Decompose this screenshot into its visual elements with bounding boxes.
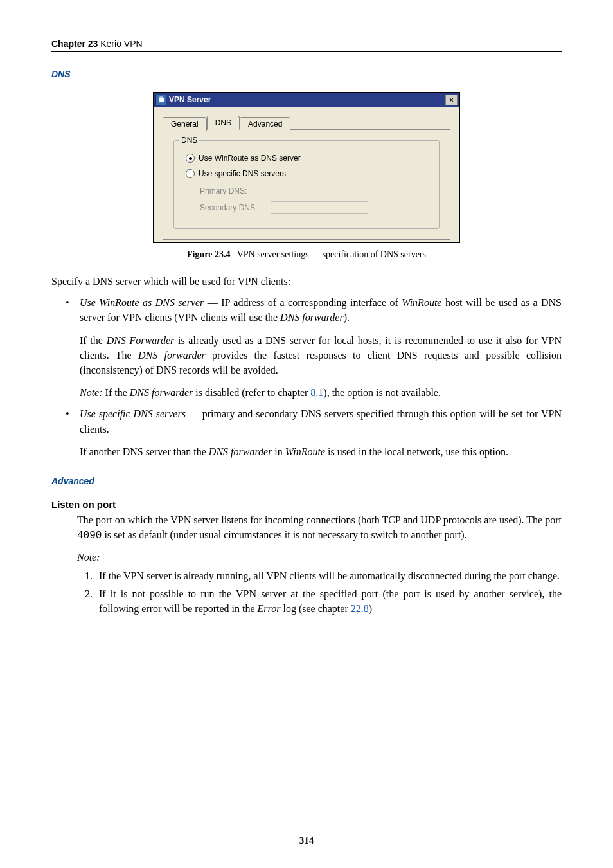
page-number: 314 bbox=[0, 835, 613, 846]
tab-content: DNS Use WinRoute as DNS server Use speci… bbox=[163, 129, 450, 240]
tab-advanced[interactable]: Advanced bbox=[240, 117, 290, 131]
close-icon: × bbox=[449, 96, 453, 104]
chapter-header: Chapter 23 Kerio VPN bbox=[51, 39, 562, 52]
dialog-titlebar[interactable]: VPN Server × bbox=[154, 93, 459, 107]
tab-dns[interactable]: DNS bbox=[207, 116, 240, 130]
dialog-title: VPN Server bbox=[169, 95, 445, 104]
dialog-wrapper: VPN Server × General DNS Advanced DNS bbox=[51, 92, 562, 243]
groupbox-label: DNS bbox=[179, 136, 199, 145]
radio-specific[interactable] bbox=[186, 169, 195, 178]
figure-label: Figure 23.4 bbox=[187, 249, 230, 259]
vpn-server-dialog: VPN Server × General DNS Advanced DNS bbox=[153, 92, 460, 243]
b1note-a: Note: bbox=[80, 387, 103, 398]
bullet-list: Use WinRoute as DNS server — IP address … bbox=[51, 295, 562, 459]
dialog-icon bbox=[155, 95, 166, 105]
radio-dot-icon bbox=[189, 157, 192, 160]
secondary-dns-label: Secondary DNS: bbox=[200, 203, 271, 212]
b1note-e: ), the option is not available. bbox=[323, 387, 441, 398]
section-title-advanced: Advanced bbox=[51, 476, 562, 486]
bullet1-p2: If the DNS Forwarder is already used as … bbox=[80, 333, 562, 378]
tabs: General DNS Advanced bbox=[163, 116, 450, 130]
list-item-1: If the VPN server is already running, al… bbox=[95, 568, 562, 583]
primary-dns-label: Primary DNS: bbox=[200, 186, 271, 195]
listen-on-port-heading: Listen on port bbox=[51, 499, 562, 510]
numbered-list: If the VPN server is already running, al… bbox=[77, 568, 562, 616]
svg-rect-1 bbox=[160, 97, 163, 99]
bullet1-lead: Use WinRoute as DNS server bbox=[80, 297, 204, 308]
radio-winroute-label: Use WinRoute as DNS server bbox=[199, 154, 301, 163]
bullet1-note: Note: If the DNS forwarder is disabled (… bbox=[80, 385, 562, 400]
dns-groupbox: DNS Use WinRoute as DNS server Use speci… bbox=[173, 140, 440, 229]
bullet1-dnsfw: DNS forwarder bbox=[280, 312, 344, 323]
b2p2b: DNS forwarder bbox=[209, 446, 272, 457]
listen-note: Note: bbox=[77, 550, 562, 565]
ol2d: ) bbox=[369, 603, 372, 614]
figure-caption: Figure 23.4 VPN server settings — specif… bbox=[51, 249, 562, 260]
bullet-specific: Use specific DNS servers — primary and s… bbox=[80, 406, 562, 459]
b1note-d: is disabled (refer to chapter bbox=[193, 387, 310, 398]
dialog-body: General DNS Advanced DNS Use WinRoute as… bbox=[154, 107, 459, 242]
radio-specific-row[interactable]: Use specific DNS servers bbox=[186, 169, 430, 178]
secondary-dns-input bbox=[271, 201, 368, 214]
close-button[interactable]: × bbox=[445, 95, 458, 105]
listen-p1a: The port on which the VPN server listens… bbox=[77, 514, 562, 525]
bullet1-rest1: — IP address of a corresponding interfac… bbox=[204, 297, 402, 308]
figure-caption-text: VPN server settings — specification of D… bbox=[237, 249, 426, 259]
b1p2d: DNS forwarder bbox=[138, 350, 206, 361]
radio-winroute[interactable] bbox=[186, 154, 195, 163]
listen-port: 4090 bbox=[77, 530, 102, 541]
b1note-c: DNS forwarder bbox=[130, 387, 193, 398]
b2p2c: in bbox=[272, 446, 285, 457]
bullet2-lead: Use specific DNS servers bbox=[80, 408, 186, 419]
chapter-label: Chapter 23 bbox=[51, 39, 98, 49]
bullet2-p2: If another DNS server than the DNS forwa… bbox=[80, 444, 562, 459]
b2p2e: is used in the local network, use this o… bbox=[325, 446, 508, 457]
list-item-2: If it is not possible to run the VPN ser… bbox=[95, 586, 562, 616]
tab-general[interactable]: General bbox=[163, 117, 207, 131]
primary-dns-row: Primary DNS: bbox=[200, 185, 430, 197]
b1p2b: DNS Forwarder bbox=[107, 335, 175, 346]
radio-winroute-row[interactable]: Use WinRoute as DNS server bbox=[186, 154, 430, 163]
ol2c: log (see chapter bbox=[280, 603, 350, 614]
primary-dns-input bbox=[271, 185, 368, 197]
b1note-b: If the bbox=[103, 387, 130, 398]
secondary-dns-row: Secondary DNS: bbox=[200, 201, 430, 214]
bullet-winroute: Use WinRoute as DNS server — IP address … bbox=[80, 295, 562, 400]
b2p2a: If another DNS server than the bbox=[80, 446, 209, 457]
bullet1-winroute: WinRoute bbox=[402, 297, 441, 308]
listen-block: The port on which the VPN server listens… bbox=[77, 512, 562, 565]
b2p2d: WinRoute bbox=[285, 446, 325, 457]
section-title-dns: DNS bbox=[51, 69, 562, 79]
listen-paragraph: The port on which the VPN server listens… bbox=[77, 512, 562, 543]
radio-specific-label: Use specific DNS servers bbox=[199, 169, 286, 178]
link-chapter-8-1[interactable]: 8.1 bbox=[310, 387, 323, 398]
link-chapter-22-8[interactable]: 22.8 bbox=[351, 603, 369, 614]
bullet1-rest3: ). bbox=[344, 312, 350, 323]
b1p2a: If the bbox=[80, 335, 107, 346]
chapter-title-text: Kerio VPN bbox=[100, 39, 142, 49]
listen-p1b: is set as default (under usual circumsta… bbox=[102, 529, 466, 540]
intro-paragraph: Specify a DNS server which will be used … bbox=[51, 274, 562, 289]
ol2b: Error bbox=[258, 603, 281, 614]
